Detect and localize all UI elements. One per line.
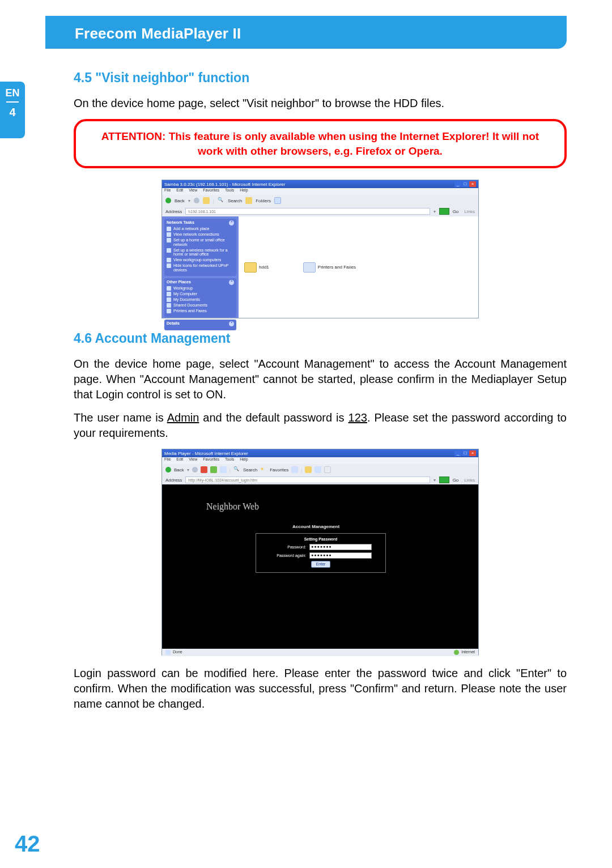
folder-icon	[244, 262, 257, 273]
folder-printers[interactable]: Printers and Faxes	[303, 220, 356, 314]
forward-icon[interactable]	[194, 198, 199, 203]
place-item[interactable]: Workgroup	[173, 286, 193, 291]
close-icon[interactable]: ×	[469, 181, 476, 187]
favorites-icon[interactable]: ★	[260, 466, 267, 473]
task-icon	[167, 248, 171, 253]
menu-help[interactable]: Help	[240, 188, 248, 192]
attention-box: ATTENTION: This feature is only availabl…	[74, 119, 567, 168]
menu-view[interactable]: View	[189, 188, 197, 192]
task-item[interactable]: Set up a wireless network for a home or …	[173, 248, 234, 257]
task-item[interactable]: Add a network place	[173, 227, 209, 231]
toolbar-search-label[interactable]: Search	[228, 198, 242, 203]
toolbar-favorites-label[interactable]: Favorites	[270, 467, 288, 473]
toolbar-back-label[interactable]: Back	[174, 467, 184, 473]
address-label: Address	[165, 478, 182, 483]
search-icon[interactable]: 🔍	[218, 197, 224, 204]
menu-edit[interactable]: Edit	[176, 457, 183, 461]
place-icon	[167, 286, 171, 291]
menu-file[interactable]: File	[164, 188, 171, 192]
panel-details: Details˅	[164, 320, 236, 330]
shot1-window-buttons: _ □ ×	[454, 181, 476, 187]
expand-icon[interactable]: ˅	[229, 321, 234, 326]
refresh-icon[interactable]	[210, 466, 217, 473]
panel-details-title: Details	[167, 321, 180, 326]
task-icon	[167, 258, 171, 262]
section-4-6-heading: 4.6 Account Management	[74, 331, 567, 346]
shot1-body: Network Tasks˄ Add a network place View …	[162, 216, 478, 318]
toolbar-back-label[interactable]: Back	[175, 198, 185, 203]
stop-icon[interactable]	[201, 466, 207, 473]
place-item[interactable]: My Documents	[173, 297, 200, 302]
close-icon[interactable]: ×	[469, 450, 476, 456]
panel-network-tasks: Network Tasks˄ Add a network place View …	[164, 219, 236, 276]
panel-other-places-title: Other Places	[167, 280, 191, 285]
toolbar-search-label[interactable]: Search	[243, 467, 257, 473]
address-input[interactable]: http://My-IOBL:1024/account_login.htm	[185, 476, 430, 483]
collapse-icon[interactable]: ˄	[229, 280, 234, 285]
collapse-icon[interactable]: ˄	[229, 220, 234, 225]
views-icon[interactable]	[274, 197, 281, 204]
up-icon[interactable]	[203, 197, 210, 204]
history-icon[interactable]	[291, 466, 298, 473]
print-icon[interactable]	[314, 466, 321, 473]
search-icon[interactable]: 🔍	[233, 466, 240, 473]
back-icon[interactable]	[165, 198, 171, 203]
edit-icon[interactable]	[324, 466, 331, 473]
place-item[interactable]: My Computer	[173, 292, 197, 296]
enter-button[interactable]: Enter	[311, 561, 330, 568]
menu-help[interactable]: Help	[240, 457, 248, 461]
shot2-titlebar: Media Player - Microsoft Internet Explor…	[162, 449, 478, 457]
password-again-input[interactable]: ●●●●●●●	[309, 552, 372, 559]
task-item[interactable]: View network connections	[173, 232, 219, 237]
shot1-content: hdd1 Printers and Faxes	[239, 216, 478, 318]
minimize-icon[interactable]: _	[454, 181, 461, 187]
admin-underline: Admin	[167, 411, 199, 424]
menu-tools[interactable]: Tools	[225, 188, 234, 192]
go-label: Go	[453, 209, 459, 214]
toolbar-folders-label[interactable]: Folders	[256, 198, 271, 203]
shot2-window-buttons: _ □ ×	[454, 450, 476, 456]
menu-view[interactable]: View	[189, 457, 197, 461]
neighbor-web-logo: Neighbor Web	[206, 501, 259, 512]
menu-favorites[interactable]: Favorites	[203, 188, 219, 192]
folders-icon[interactable]	[245, 197, 252, 204]
address-input[interactable]: \\192.168.1.101	[185, 208, 430, 215]
place-icon	[167, 309, 171, 313]
task-item[interactable]: View workgroup computers	[173, 258, 221, 262]
task-item[interactable]: Hide icons for networked UPnP devices	[173, 263, 234, 272]
shot2-window-title: Media Player - Microsoft Internet Explor…	[164, 451, 248, 456]
place-item[interactable]: Printers and Faxes	[173, 309, 207, 313]
place-item[interactable]: Shared Documents	[173, 303, 207, 308]
maximize-icon[interactable]: □	[462, 181, 469, 187]
forward-icon[interactable]	[192, 467, 198, 473]
shot2-page: Neighbor Web Account Management Setting …	[162, 484, 478, 649]
shot2-menubar: File Edit View Favorites Tools Help	[162, 457, 478, 464]
home-icon[interactable]	[220, 466, 227, 473]
folder-label: hdd1	[259, 265, 269, 270]
back-icon[interactable]	[165, 467, 171, 473]
shot1-addressbar: Address \\192.168.1.101 ▾ Go Links	[162, 206, 478, 216]
account-management-title: Account Management	[292, 524, 339, 529]
task-icon	[167, 227, 171, 231]
section-4-6-para1: On the device home page, select "Account…	[74, 356, 567, 402]
internet-icon	[454, 650, 459, 655]
shot1-sidebar: Network Tasks˄ Add a network place View …	[162, 216, 239, 318]
password-input[interactable]: ●●●●●●●	[309, 544, 372, 550]
go-button[interactable]	[439, 208, 449, 215]
menu-file[interactable]: File	[164, 457, 171, 461]
go-button[interactable]	[439, 476, 449, 483]
side-tab-divider	[6, 101, 19, 103]
menu-favorites[interactable]: Favorites	[203, 457, 219, 461]
panel-network-tasks-title: Network Tasks	[167, 220, 194, 225]
maximize-icon[interactable]: □	[462, 450, 469, 456]
links-label: Links	[464, 209, 475, 214]
mail-icon[interactable]	[305, 466, 312, 473]
shot1-window-title: Samba 3.0.23c (192.168.1.101) - Microsof…	[164, 182, 285, 187]
minimize-icon[interactable]: _	[454, 450, 461, 456]
body-column: 4.5 "Visit neighbor" function On the dev…	[74, 62, 567, 720]
folder-hdd1[interactable]: hdd1	[244, 220, 269, 314]
done-icon	[165, 650, 171, 655]
menu-edit[interactable]: Edit	[176, 188, 183, 192]
menu-tools[interactable]: Tools	[225, 457, 234, 461]
task-item[interactable]: Set up a home or small office network	[173, 238, 234, 246]
